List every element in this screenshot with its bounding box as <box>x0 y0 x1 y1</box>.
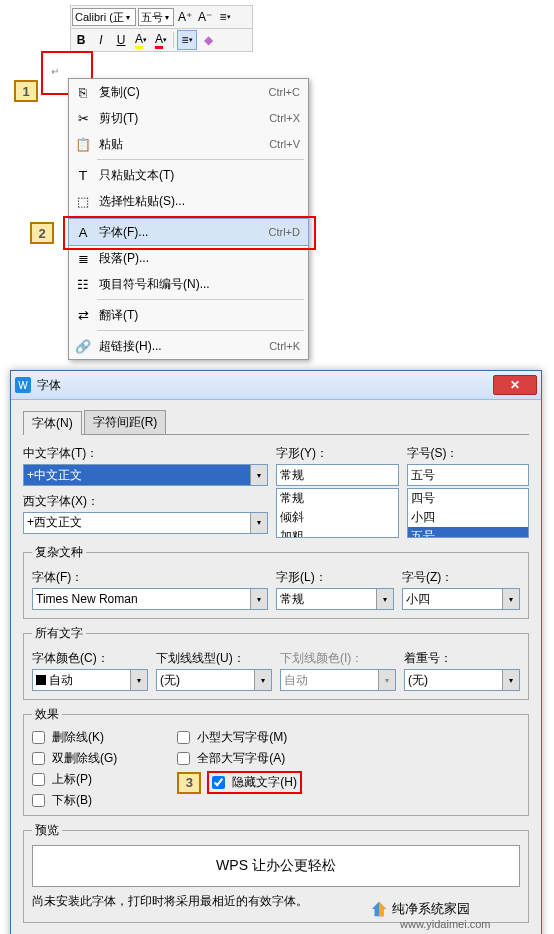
highlight-box-1 <box>41 51 93 52</box>
shrink-font-button[interactable]: A⁻ <box>196 8 214 26</box>
font-name-select[interactable]: Calibri (正▾ <box>72 8 136 26</box>
underline-button[interactable]: U <box>112 31 130 49</box>
italic-button[interactable]: I <box>92 31 110 49</box>
bold-button[interactable]: B <box>72 31 90 49</box>
grow-font-button[interactable]: A⁺ <box>176 8 194 26</box>
highlight-button[interactable]: A▾ <box>132 31 150 49</box>
eraser-button[interactable]: ◆ <box>199 31 217 49</box>
formatting-toolbar: Calibri (正▾ 五号▾ A⁺ A⁻ ≡▾ B I U A▾ A▾ ≡▾ … <box>70 5 253 52</box>
align-button[interactable]: ≡▾ <box>177 30 197 50</box>
line-spacing-button[interactable]: ≡▾ <box>216 8 234 26</box>
font-color-button[interactable]: A▾ <box>152 31 170 49</box>
font-size-select[interactable]: 五号▾ <box>138 8 174 26</box>
